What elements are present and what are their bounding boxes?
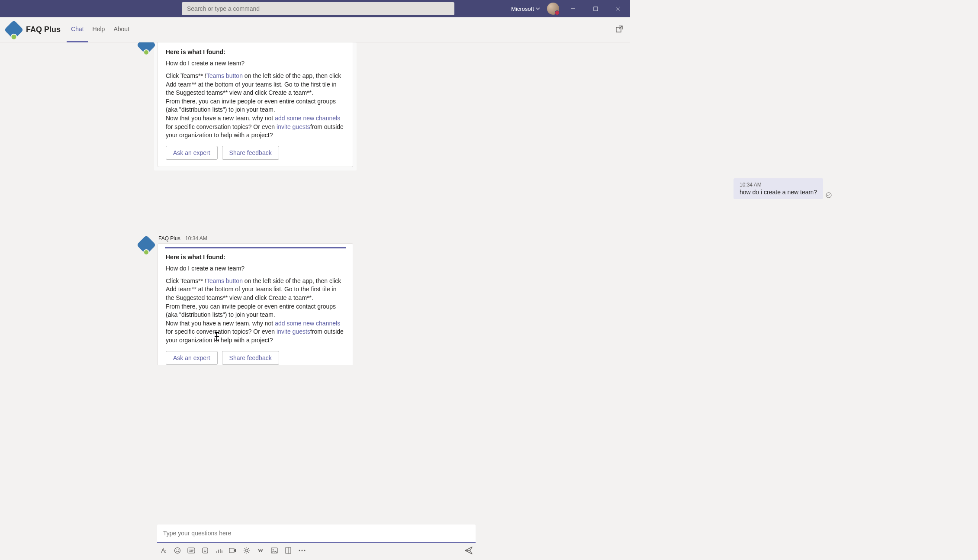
message-time: 10:34 AM (185, 235, 207, 241)
message-bubble: Here is what I found: How do I create a … (154, 42, 357, 171)
app-header: FAQ Plus Chat Help About (0, 17, 630, 42)
user-avatar[interactable] (547, 3, 559, 15)
user-message-row: 10:34 AM how do i create a new team? (0, 178, 630, 199)
card-heading: Here is what I found: (166, 254, 345, 261)
bot-avatar-icon (136, 42, 156, 55)
popout-icon[interactable] (615, 25, 623, 33)
bot-message-row: FAQ Plus 10:34 AM Here is what I found: … (139, 235, 630, 361)
card-question: How do I create a new team? (166, 265, 345, 272)
card-body: Click Teams** !Teams button on the left … (166, 72, 345, 140)
card-heading: Here is what I found: (166, 48, 345, 55)
tab-help[interactable]: Help (88, 17, 109, 42)
adaptive-card: Here is what I found: How do I create a … (158, 42, 353, 167)
teams-button-link[interactable]: Teams button (206, 72, 243, 79)
adaptive-card: Here is what I found: How do I create a … (158, 243, 353, 361)
app-logo-icon (4, 20, 23, 39)
app-title: FAQ Plus (26, 25, 61, 34)
ask-expert-button[interactable]: Ask an expert (166, 146, 218, 160)
org-label: Microsoft (511, 6, 534, 12)
search-wrapper (182, 2, 454, 15)
minimize-button[interactable] (564, 0, 582, 17)
ask-expert-button[interactable]: Ask an expert (166, 351, 218, 361)
card-body: Click Teams** !Teams button on the left … (166, 277, 345, 345)
tab-chat[interactable]: Chat (67, 17, 88, 42)
share-feedback-button[interactable]: Share feedback (222, 146, 279, 160)
sender-name: FAQ Plus (158, 235, 180, 241)
svg-rect-1 (594, 7, 598, 11)
chevron-down-icon (536, 6, 540, 11)
title-bar: Microsoft (0, 0, 630, 17)
card-question: How do I create a new team? (166, 60, 345, 67)
bot-message-row: Here is what I found: How do I create a … (139, 42, 630, 171)
teams-button-link[interactable]: Teams button (206, 277, 243, 284)
message-meta: FAQ Plus 10:34 AM (158, 235, 353, 243)
invite-guests-link[interactable]: invite guests (277, 328, 310, 335)
close-button[interactable] (609, 0, 627, 17)
tab-about[interactable]: About (109, 17, 134, 42)
search-input[interactable] (182, 2, 454, 15)
chat-scroll[interactable]: Here is what I found: How do I create a … (0, 42, 630, 361)
add-channels-link[interactable]: add some new channels (275, 320, 340, 327)
add-channels-link[interactable]: add some new channels (275, 115, 340, 122)
org-switcher[interactable]: Microsoft (511, 6, 540, 12)
share-feedback-button[interactable]: Share feedback (222, 351, 279, 361)
bot-avatar-icon (136, 235, 156, 254)
invite-guests-link[interactable]: invite guests (277, 123, 310, 130)
maximize-button[interactable] (587, 0, 604, 17)
chat-area: Here is what I found: How do I create a … (0, 42, 630, 361)
